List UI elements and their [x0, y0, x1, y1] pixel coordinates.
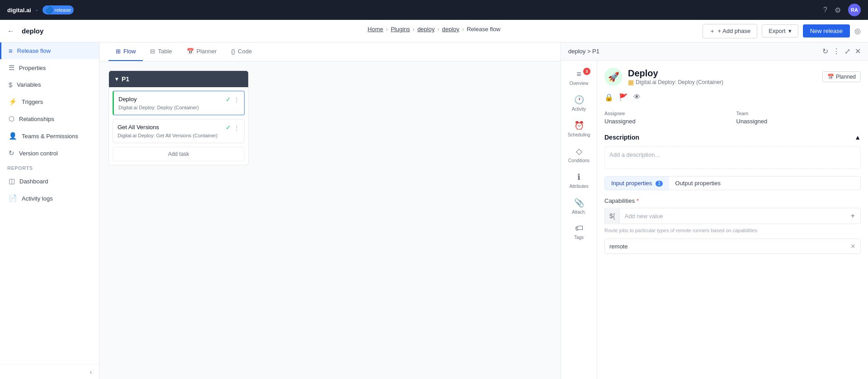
expand-icon[interactable]: ⤢: [844, 47, 850, 56]
add-capability-button[interactable]: +: [845, 208, 860, 224]
panel-nav-tags[interactable]: 🏷 Tags: [561, 219, 597, 244]
tab-code[interactable]: {} Code: [224, 42, 259, 61]
export-button[interactable]: Export ▾: [762, 24, 798, 37]
subnav-left: ← deploy: [7, 27, 43, 35]
panel-breadcrumb: deploy > P1: [568, 48, 599, 55]
breadcrumb-deploy2[interactable]: deploy: [442, 26, 459, 33]
task-more-icon[interactable]: ⋮: [234, 124, 240, 131]
panel-body: ≡ Overview 3 🕐 Activity ⏰ Scheduling ◇ C…: [561, 61, 868, 379]
panel-header: deploy > P1 ↻ ⋮ ⤢ ✕: [561, 42, 868, 61]
assignee-team-row: Assignee Unassigned Team Unassigned: [604, 111, 861, 125]
panel-nav-scheduling[interactable]: ⏰ Scheduling: [561, 116, 597, 142]
product-icon: 🔵: [45, 6, 53, 14]
sidebar-item-label: Teams & Permissions: [22, 133, 78, 140]
sidebar-item-release-flow[interactable]: ≡ Release flow: [0, 42, 99, 59]
variables-icon: $: [9, 81, 12, 89]
task-more-icon[interactable]: ⋮: [234, 96, 240, 103]
avatar[interactable]: RA: [848, 4, 861, 16]
assignee-field: Assignee Unassigned: [604, 111, 729, 125]
input-properties-tab[interactable]: Input properties 3: [605, 177, 669, 190]
task-action-icons: ✓ ⋮: [226, 96, 240, 103]
tab-flow[interactable]: ⊞ Flow: [108, 42, 143, 61]
product-label: release: [55, 7, 71, 13]
task-deploy[interactable]: Deploy ✓ ⋮ Digital.ai Deploy: Deploy (Co…: [113, 91, 245, 115]
main-content: ⊞ Flow ⊟ Table 📅 Planner {} Code ▾ P1: [99, 42, 561, 379]
breadcrumb-plugins[interactable]: Plugins: [391, 26, 410, 33]
sidebar-item-dashboard[interactable]: ◫ Dashboard: [0, 173, 99, 190]
panel-nav-conditions[interactable]: ◇ Conditions: [561, 142, 597, 168]
right-panel: deploy > P1 ↻ ⋮ ⤢ ✕ ≡ Overview 3 🕐 Act: [561, 42, 868, 379]
tag-value: remote: [609, 243, 627, 250]
main-layout: ≡ Release flow ☰ Properties $ Variables …: [0, 42, 868, 379]
input-properties-badge: 3: [656, 181, 663, 187]
sidebar-collapse-button[interactable]: ‹: [0, 365, 99, 379]
more-options-icon[interactable]: ⋮: [833, 47, 840, 56]
capabilities-input-field[interactable]: [620, 209, 845, 223]
sidebar-item-variables[interactable]: $ Variables: [0, 76, 99, 93]
settings-icon[interactable]: ⚙: [835, 6, 841, 14]
team-field: Team Unassigned: [736, 111, 861, 125]
tags-icon: 🏷: [575, 224, 583, 233]
tab-planner[interactable]: 📅 Planner: [179, 42, 224, 61]
deploy-title: deploy: [22, 27, 43, 35]
sidebar-item-version-control[interactable]: ↻ Version control: [0, 145, 99, 162]
description-field[interactable]: Add a description...: [604, 146, 861, 169]
bar-chart-icon: ▦: [628, 79, 634, 86]
back-button[interactable]: ←: [7, 27, 14, 35]
help-icon[interactable]: ?: [823, 6, 827, 14]
add-task-button[interactable]: Add task: [113, 147, 245, 161]
activity-icon: 🕐: [574, 95, 584, 105]
panel-nav-overview[interactable]: ≡ Overview 3: [561, 65, 597, 90]
output-properties-tab[interactable]: Output properties: [669, 177, 727, 190]
panel-nav-label: Conditions: [568, 158, 590, 163]
panel-nav-label: Tags: [574, 235, 584, 240]
sidebar-item-relationships[interactable]: ⬡ Relationships: [0, 110, 99, 127]
close-icon[interactable]: ✕: [855, 47, 861, 56]
sidebar-item-label: Variables: [17, 81, 41, 88]
task-header: Get All Versions ✓ ⋮: [118, 124, 240, 131]
panel-nav-attributes[interactable]: ℹ Attributes: [561, 168, 597, 193]
breadcrumb-sep3: ›: [437, 26, 439, 33]
task-name: Get All Versions: [118, 124, 159, 131]
scheduling-icon: ⏰: [574, 121, 584, 131]
version-icon: ↻: [9, 149, 14, 157]
target-icon[interactable]: ◎: [854, 27, 861, 35]
code-tab-icon: {}: [231, 48, 235, 55]
collapse-description-icon[interactable]: ▲: [854, 134, 861, 141]
new-release-button[interactable]: New release: [803, 24, 850, 37]
panel-nav-attachments[interactable]: 📎 Attach.: [561, 193, 597, 219]
attributes-icon: ℹ: [577, 172, 580, 182]
panel-header-actions: ↻ ⋮ ⤢ ✕: [822, 47, 861, 56]
sub-navigation: ← deploy Home › Plugins › deploy › deplo…: [0, 20, 868, 42]
status-badge[interactable]: 📅 Planned: [822, 71, 861, 82]
eye-icon[interactable]: 👁: [633, 93, 641, 102]
release-flow-icon: ≡: [9, 47, 13, 55]
panel-nav-activity[interactable]: 🕐 Activity: [561, 90, 597, 116]
tab-table[interactable]: ⊟ Table: [143, 42, 179, 61]
add-phase-button[interactable]: ＋ + Add phase: [703, 24, 758, 38]
breadcrumb-home[interactable]: Home: [368, 26, 383, 33]
task-get-all-versions[interactable]: Get All Versions ✓ ⋮ Digital.ai Deploy: …: [113, 119, 245, 143]
description-section-header[interactable]: Description ▲: [604, 134, 861, 141]
breadcrumb: Home › Plugins › deploy › deploy › Relea…: [368, 26, 500, 33]
refresh-icon[interactable]: ↻: [822, 47, 828, 56]
sidebar-item-triggers[interactable]: ⚡ Triggers: [0, 93, 99, 110]
dashboard-icon: ◫: [9, 177, 15, 185]
lock-icon[interactable]: 🔒: [604, 93, 613, 102]
sidebar-item-label: Activity logs: [22, 195, 53, 202]
phase-collapse-icon[interactable]: ▾: [115, 76, 118, 82]
breadcrumb-deploy1[interactable]: deploy: [417, 26, 434, 33]
remove-tag-button[interactable]: ✕: [850, 243, 856, 250]
flag-icon[interactable]: 🚩: [619, 93, 628, 102]
assignee-label: Assignee: [604, 111, 729, 116]
sidebar-item-teams-permissions[interactable]: 👤 Teams & Permissions: [0, 127, 99, 145]
logo-text: digital.ai: [7, 7, 31, 14]
sidebar-item-activity-logs[interactable]: 📄 Activity logs: [0, 190, 99, 207]
planner-tab-icon: 📅: [187, 48, 194, 55]
action-icons-row: 🔒 🚩 👁: [604, 93, 861, 102]
sidebar-item-label: Dashboard: [19, 178, 48, 185]
teams-icon: 👤: [9, 132, 17, 140]
task-subtitle: Digital.ai Deploy: Get All Versions (Con…: [118, 133, 240, 138]
sidebar-item-properties[interactable]: ☰ Properties: [0, 59, 99, 76]
team-value: Unassigned: [736, 118, 861, 125]
